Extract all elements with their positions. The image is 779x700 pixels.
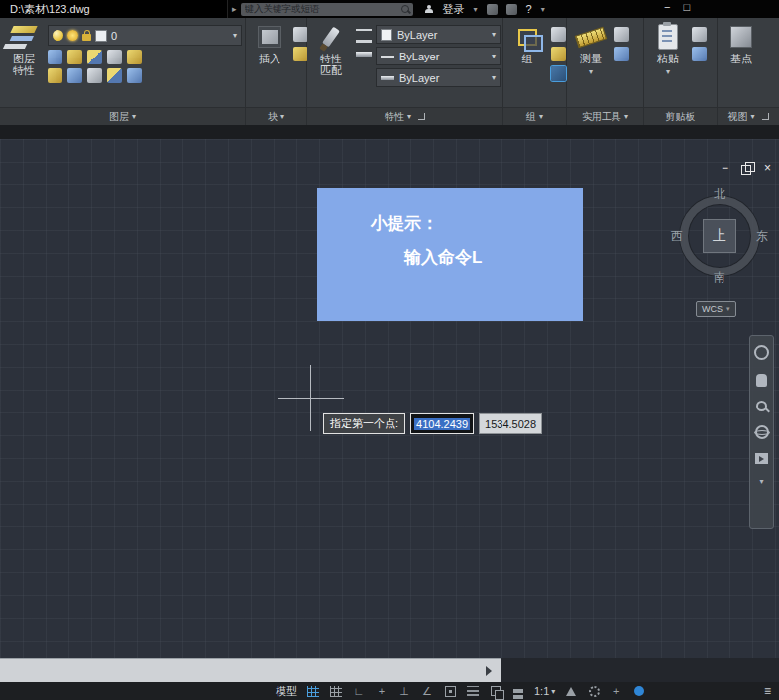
- layer-tool-icon[interactable]: [107, 50, 122, 64]
- showmotion-icon[interactable]: [755, 453, 768, 464]
- stay-connected-icon[interactable]: [506, 4, 517, 15]
- wcs-label: WCS: [702, 304, 723, 314]
- zoom-icon[interactable]: [756, 401, 767, 411]
- sign-in-button[interactable]: 登录: [443, 2, 465, 17]
- grid-display-icon[interactable]: [306, 684, 320, 698]
- group-selection-toggle-icon[interactable]: [551, 66, 566, 81]
- copy-icon[interactable]: [692, 47, 707, 61]
- measure-button[interactable]: 测量 ▾: [570, 23, 612, 78]
- panel-footer-group[interactable]: 组 ▾: [503, 107, 566, 125]
- doc-close-button[interactable]: ×: [764, 161, 771, 175]
- graphics-performance-icon[interactable]: [632, 684, 646, 698]
- transparency-icon[interactable]: [489, 684, 502, 698]
- id-point-icon[interactable]: [614, 27, 629, 42]
- view-compass[interactable]: 北 西 东 南 上: [670, 186, 769, 286]
- doc-minimize-button[interactable]: −: [722, 161, 728, 175]
- dynamic-input-y-field[interactable]: 1534.5028: [479, 413, 542, 434]
- viewcube-top-face[interactable]: 上: [703, 219, 736, 253]
- document-tab[interactable]: D:\素材\123.dwg: [0, 0, 228, 18]
- linetype-sample-icon[interactable]: [356, 29, 372, 31]
- chevron-right-icon[interactable]: ▸: [232, 4, 237, 14]
- base-point-button[interactable]: 基点: [721, 23, 762, 64]
- quick-calculator-icon[interactable]: [614, 47, 629, 61]
- panel-footer-label: 块: [268, 110, 278, 124]
- panel-footer-view[interactable]: 视图 ▾: [718, 107, 779, 125]
- layer-tool-icon[interactable]: [127, 68, 142, 83]
- panel-footer-block[interactable]: 块 ▾: [246, 107, 306, 125]
- compass-west-label[interactable]: 西: [671, 228, 683, 245]
- chevron-down-icon[interactable]: ▾: [474, 5, 478, 14]
- lineweight-dropdown[interactable]: ByLayer ▾: [376, 68, 501, 87]
- layer-tool-icon[interactable]: [48, 68, 62, 83]
- wcs-menu[interactable]: WCS ▾: [696, 301, 736, 317]
- layer-tool-icon[interactable]: [107, 68, 122, 83]
- exchange-apps-icon[interactable]: [487, 4, 498, 15]
- compass-south-label[interactable]: 南: [670, 269, 769, 286]
- drawing-area[interactable]: − × 小提示： 输入命令L 北 西 东 南 上 WCS ▾: [0, 139, 779, 658]
- layer-tool-icon[interactable]: [67, 50, 82, 64]
- annotation-scale-button[interactable]: 1:1 ▾: [534, 685, 555, 697]
- horizontal-scrollbar[interactable]: [0, 658, 501, 682]
- panel-launcher-icon[interactable]: [418, 113, 425, 120]
- group-edit-icon[interactable]: [551, 47, 566, 61]
- chevron-down-icon[interactable]: ▾: [233, 31, 237, 40]
- group-button[interactable]: 组: [506, 23, 548, 64]
- panel-footer-utilities[interactable]: 实用工具 ▾: [567, 107, 643, 125]
- pan-icon[interactable]: [756, 374, 767, 387]
- search-icon[interactable]: [401, 5, 409, 13]
- scroll-right-arrow-icon[interactable]: [486, 666, 492, 676]
- layer-dropdown[interactable]: 0 ▾: [48, 25, 242, 46]
- ungroup-icon[interactable]: [551, 27, 566, 42]
- annotation-visibility-icon[interactable]: [564, 684, 578, 698]
- linetype-sample-icon[interactable]: [356, 40, 372, 43]
- panel-footer-clipboard[interactable]: 剪贴板: [644, 107, 717, 125]
- infer-constraints-icon[interactable]: ∟: [352, 684, 366, 698]
- object-color-dropdown[interactable]: ByLayer ▾: [376, 25, 501, 44]
- layer-tool-icon[interactable]: [87, 50, 102, 64]
- window-minimize-button[interactable]: −: [664, 1, 670, 13]
- chevron-down-icon[interactable]: ▾: [759, 478, 763, 486]
- layer-tool-icon[interactable]: [127, 50, 142, 64]
- ortho-mode-icon[interactable]: ⊥: [397, 684, 411, 698]
- lineweight-display-icon[interactable]: [466, 684, 480, 698]
- paste-button[interactable]: 粘贴 ▾: [647, 23, 689, 78]
- insert-block-button[interactable]: 插入: [249, 23, 290, 64]
- panel-footer-layers[interactable]: 图层 ▾: [0, 107, 245, 125]
- cut-icon[interactable]: [692, 27, 707, 42]
- window-maximize-button[interactable]: □: [683, 1, 690, 13]
- paste-label: 粘贴: [655, 53, 681, 64]
- polar-tracking-icon[interactable]: ∠: [420, 684, 434, 698]
- layer-tool-icon[interactable]: [87, 68, 102, 83]
- customization-menu-icon[interactable]: ≡: [764, 684, 771, 698]
- snap-mode-icon[interactable]: [329, 684, 343, 698]
- object-snap-icon[interactable]: [443, 684, 457, 698]
- layer-tool-icon[interactable]: [67, 68, 82, 83]
- panel-launcher-icon[interactable]: [762, 113, 769, 120]
- block-editor-icon[interactable]: [293, 47, 308, 61]
- linetype-value: ByLayer: [399, 51, 439, 62]
- layer-lock-icon: [82, 34, 91, 41]
- isolate-objects-icon[interactable]: +: [610, 684, 623, 698]
- lineweight-sample-icon[interactable]: [356, 52, 372, 57]
- create-block-icon[interactable]: [293, 27, 308, 42]
- panel-footer-properties[interactable]: 特性 ▾: [307, 107, 502, 125]
- doc-restore-button[interactable]: [741, 165, 751, 175]
- dynamic-input-x-field[interactable]: 4104.2439: [410, 413, 474, 434]
- layer-tool-icon[interactable]: [48, 50, 62, 64]
- help-search-input[interactable]: 键入关键字或短语: [241, 3, 413, 16]
- compass-north-label[interactable]: 北: [670, 186, 769, 203]
- compass-east-label[interactable]: 东: [756, 228, 768, 245]
- orbit-icon[interactable]: [755, 425, 769, 439]
- ribbon-panel-block: 插入 块 ▾: [246, 18, 307, 125]
- linetype-dropdown[interactable]: ByLayer ▾: [376, 47, 501, 65]
- window-controls: − □: [664, 1, 690, 13]
- match-properties-button[interactable]: 特性匹配: [310, 23, 352, 76]
- model-tab[interactable]: 模型: [276, 684, 297, 699]
- chevron-down-icon[interactable]: ▾: [541, 5, 545, 14]
- workspace-switching-icon[interactable]: [587, 684, 601, 698]
- navigation-wheel-icon[interactable]: [754, 345, 769, 360]
- selection-cycling-icon[interactable]: [511, 684, 525, 698]
- help-icon[interactable]: ?: [526, 3, 532, 15]
- layer-properties-button[interactable]: 图层特性: [3, 23, 45, 76]
- dynamic-input-toggle-icon[interactable]: +: [375, 684, 389, 698]
